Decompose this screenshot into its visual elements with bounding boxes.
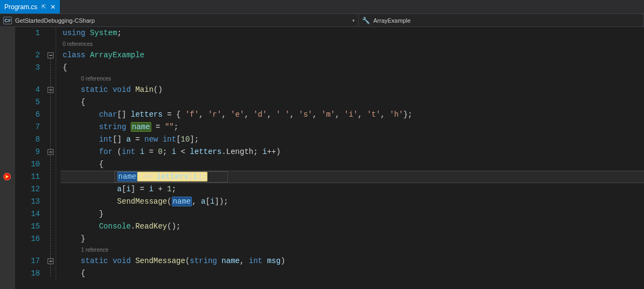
code-row[interactable]: { [61, 267, 644, 280]
code-row[interactable]: } [61, 233, 644, 245]
line-number: 2 [15, 49, 40, 62]
tab-bar: Program.cs ⇱ ✕ [0, 0, 644, 14]
line-number: 12 [15, 183, 40, 196]
line-number: 13 [15, 196, 40, 208]
breakpoint-gutter[interactable] [0, 27, 15, 289]
code-editor[interactable]: 1 2 3 4 5 6 7 8 9 10 11 12 13 14 15 16 1… [0, 27, 644, 289]
line-number: 10 [15, 158, 40, 171]
tab-program-cs[interactable]: Program.cs ⇱ ✕ [0, 0, 61, 14]
line-number: 11 [15, 171, 40, 183]
code-row[interactable]: for (int i = 0; i < letters.Length; i++) [61, 146, 644, 158]
codelens[interactable]: 0 references [61, 74, 644, 84]
line-number: 3 [15, 62, 40, 74]
line-number: 16 [15, 233, 40, 245]
code-row[interactable]: Console.ReadKey(); [61, 220, 644, 233]
code-row[interactable]: a[i] = i + 1; [61, 183, 644, 196]
fold-guide [50, 58, 51, 277]
code-row[interactable]: { [61, 62, 644, 74]
code-row[interactable]: char[] letters = { 'f', 'r', 'e', 'd', '… [61, 109, 644, 121]
tab-title: Program.cs [4, 3, 37, 11]
code-row[interactable]: static void Main() [61, 84, 644, 96]
line-number: 9 [15, 146, 40, 158]
fold-gutter[interactable] [46, 27, 61, 289]
nav-symbol-label: ArrayExample [373, 17, 411, 24]
symbol-highlight: name [172, 197, 192, 206]
chevron-down-icon: ▾ [352, 18, 355, 23]
close-icon[interactable]: ✕ [50, 3, 56, 11]
code-body[interactable]: using System; 0 references class ArrayEx… [61, 27, 644, 289]
wrench-icon: 🔧 [362, 17, 370, 24]
line-number: 4 [15, 84, 40, 96]
statement-highlight-box [115, 171, 228, 183]
nav-bar: C# GetStartedDebugging-CSharp ▾ 🔧 ArrayE… [0, 14, 644, 27]
code-row[interactable]: { [61, 96, 644, 109]
line-number-gutter: 1 2 3 4 5 6 7 8 9 10 11 12 13 14 15 16 1… [15, 27, 46, 289]
line-number: 6 [15, 109, 40, 121]
nav-symbol-dropdown[interactable]: 🔧 ArrayExample [359, 14, 644, 26]
code-row[interactable]: int[] a = new int[10]; [61, 133, 644, 146]
line-number: 7 [15, 121, 40, 133]
line-number: 8 [15, 133, 40, 146]
code-row[interactable]: using System; [61, 27, 644, 39]
svg-marker-0 [5, 175, 9, 179]
code-row[interactable]: } [61, 208, 644, 220]
csharp-file-icon: C# [3, 17, 12, 24]
code-row[interactable]: { [61, 158, 644, 171]
change-guide [56, 27, 56, 280]
nav-project-label: GetStartedDebugging-CSharp [15, 17, 95, 24]
nav-project-dropdown[interactable]: C# GetStartedDebugging-CSharp ▾ [0, 14, 359, 26]
fold-toggle[interactable] [48, 52, 53, 58]
code-row[interactable]: SendMessage(name, a[i]); [61, 196, 644, 208]
line-number: 15 [15, 220, 40, 233]
line-number: 18 [15, 267, 40, 280]
line-number: 5 [15, 96, 40, 109]
symbol-highlight: name [131, 122, 151, 132]
codelens[interactable]: 1 reference [61, 245, 644, 255]
line-number: 14 [15, 208, 40, 220]
execution-pointer-icon[interactable] [3, 173, 11, 180]
line-number: 1 [15, 27, 40, 39]
line-number: 17 [15, 255, 40, 267]
codelens[interactable]: 0 references [61, 39, 644, 49]
code-row[interactable]: class ArrayExample [61, 49, 644, 62]
code-row[interactable]: string name = ""; [61, 121, 644, 133]
pin-icon[interactable]: ⇱ [42, 4, 46, 10]
code-row[interactable]: static void SendMessage(string name, int… [61, 255, 644, 267]
